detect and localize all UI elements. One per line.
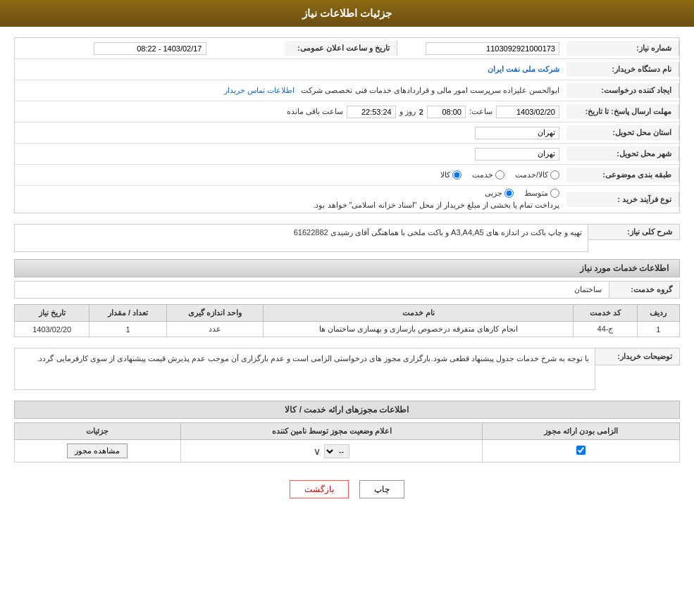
tabaqe-kala-item: کالا: [440, 170, 461, 180]
license-col-joziyat: جزئیات: [15, 423, 181, 440]
license-header-row: الزامی بودن ارائه مجوز اعلام وضعیت مجوز …: [15, 423, 680, 440]
license-col-alam: اعلام وضعیت مجوز توسط نامین کننده: [180, 423, 483, 440]
sharh-value: تهیه و چاپ باکت در اندازه های A3,A4,A5 و…: [14, 224, 588, 252]
mohlat-rooz-val: 2: [419, 108, 423, 116]
toseeh-value: با توجه به شرح خدمات جدول پیشنهاد قطعی ش…: [14, 348, 595, 390]
view-license-button[interactable]: مشاهده مجوز: [67, 444, 128, 458]
mohlat-mande-label: ساعت باقی مانده: [287, 107, 343, 116]
mohlat-value: ساعت: 2 روز و ساعت باقی مانده: [15, 103, 566, 121]
cell-radif: 1: [637, 322, 679, 337]
nooe-value: متوسط جزیی پرداخت تمام یا بخشی از مبلغ خ…: [15, 186, 566, 213]
shomara-niaz-label: شماره نیاز:: [566, 41, 679, 56]
mohlat-mande-input[interactable]: [347, 106, 396, 118]
shahr-value: [15, 145, 566, 163]
page-title: جزئیات اطلاعات نیاز: [302, 7, 392, 19]
mohlat-rooz-label: روز و: [399, 107, 416, 116]
mohlat-date-input[interactable]: [496, 106, 559, 118]
col-kod: کد خدمت: [574, 305, 637, 322]
col-name: نام خدمت: [264, 305, 574, 322]
tabaqe-value: کالا/خدمت خدمت کالا: [15, 168, 566, 182]
license-row: -- ∨ مشاهده مجوز: [15, 440, 680, 463]
mohlat-label: مهلت ارسال پاسخ: تا تاریخ:: [566, 104, 679, 119]
mojazhaye-title: اطلاعات مجوزهای ارائه خدمت / کالا: [14, 401, 680, 419]
row-shomara-tarikh: شماره نیاز: تاریخ و ساعت اعلان عمومی:: [15, 38, 679, 59]
ijad-label: ایجاد کننده درخواست:: [566, 83, 679, 98]
row-ijad: ایجاد کننده درخواست: ابوالحسن علیزاده سر…: [15, 80, 679, 101]
khedmat-section-title: اطلاعات خدمات مورد نیاز: [14, 259, 680, 277]
shahr-input[interactable]: [475, 148, 559, 161]
main-info-section: شماره نیاز: تاریخ و ساعت اعلان عمومی: نا…: [14, 37, 680, 213]
toseeh-section: توضیحات خریدار: با توجه به شرح خدمات جدو…: [14, 348, 680, 390]
nooe-mottavaset-label: متوسط: [524, 189, 548, 198]
print-button[interactable]: چاپ: [359, 480, 404, 498]
cell-name: انجام کارهای متفرقه درخصوص بازسازی و بهس…: [264, 322, 574, 337]
tarikh-input[interactable]: [94, 42, 206, 55]
row-shahr: شهر محل تحویل:: [15, 144, 679, 165]
page-wrapper: جزئیات اطلاعات نیاز شماره نیاز: تاریخ و …: [0, 0, 694, 616]
tabaqe-khedmat-label: خدمت: [472, 170, 493, 180]
cell-tedad: 1: [89, 322, 166, 337]
col-vahed: واحد اندازه گیری: [166, 305, 263, 322]
dastgah-label: نام دستگاه خریدار:: [566, 62, 679, 77]
row-tabaqe: طبقه بندی موضوعی: کالا/خدمت خدمت: [15, 165, 679, 186]
tarikh-value: [15, 39, 285, 58]
shomara-niaz-input[interactable]: [426, 42, 559, 55]
license-section: الزامی بودن ارائه مجوز اعلام وضعیت مجوز …: [14, 422, 680, 463]
nooe-jozii-item: جزیی: [485, 189, 514, 198]
content-area: شماره نیاز: تاریخ و ساعت اعلان عمومی: نا…: [0, 27, 694, 520]
sharh-label: شرح کلی نیاز:: [588, 224, 680, 240]
tabaqe-khedmat-item: خدمت: [472, 170, 504, 180]
nooe-jozii-radio[interactable]: [504, 189, 514, 198]
mohlat-saat-label: ساعت:: [469, 107, 492, 116]
license-col-elzami: الزامی بودن ارائه مجوز: [483, 423, 680, 440]
tarikh-label: تاریخ و ساعت اعلان عمومی:: [285, 41, 397, 56]
row-ostan: استان محل تحویل:: [15, 122, 679, 144]
ijad-link[interactable]: اطلاعات تماس خریدار: [224, 86, 295, 94]
nooe-mottavaset-radio[interactable]: [550, 189, 559, 198]
tabaqe-kala-radio[interactable]: [452, 170, 461, 180]
col-radif: ردیف: [637, 305, 679, 322]
mohlat-saat-input[interactable]: [427, 106, 466, 118]
tabaqe-label: طبقه بندی موضوعی:: [566, 168, 679, 182]
dastgah-text: شرکت ملی نفت ایران: [488, 65, 559, 73]
action-buttons: چاپ بازگشت: [14, 470, 680, 509]
license-joziyat-cell: مشاهده مجوز: [15, 440, 181, 463]
license-alam-select[interactable]: --: [324, 444, 349, 458]
license-alam-chevron: ∨: [314, 446, 321, 457]
tabaqe-kala-label: کالا: [440, 170, 450, 180]
cell-vahed: عدد: [166, 322, 263, 337]
col-tedad: تعداد / مقدار: [89, 305, 166, 322]
nooe-jozii-label: جزیی: [485, 189, 502, 198]
dastgah-value: شرکت ملی نفت ایران: [15, 62, 566, 77]
tabaqe-kala-khedmat-label: کالا/خدمت: [515, 170, 548, 180]
col-tarikh: تاریخ نیاز: [15, 305, 89, 322]
goroh-label: گروه خدمت:: [609, 282, 679, 298]
nooe-description: پرداخت تمام یا بخشی از مبلغ خریدار از مح…: [22, 201, 559, 210]
row-dastgah: نام دستگاه خریدار: شرکت ملی نفت ایران: [15, 59, 679, 80]
ijad-value: ابوالحسن علیزاده سرپرست امور مالی و قرار…: [15, 83, 566, 98]
sharh-section: شرح کلی نیاز: تهیه و چاپ باکت در اندازه …: [14, 224, 680, 252]
back-button[interactable]: بازگشت: [290, 480, 349, 498]
tabaqe-kala-khedmat-item: کالا/خدمت: [515, 170, 559, 180]
tabaqe-khedmat-radio[interactable]: [495, 170, 504, 180]
license-alam-cell: -- ∨: [180, 440, 483, 463]
ostan-input[interactable]: [475, 127, 559, 139]
toseeh-label: توضیحات خریدار:: [595, 348, 680, 365]
nooe-label: نوع فرآیند خرید :: [566, 192, 679, 207]
page-header: جزئیات اطلاعات نیاز: [0, 0, 694, 27]
shahr-label: شهر محل تحویل:: [566, 146, 679, 161]
cell-kod: ج-44: [574, 322, 637, 337]
license-elzami-checkbox[interactable]: [576, 446, 585, 455]
table-row: 1 ج-44 انجام کارهای متفرقه درخصوص بازساز…: [15, 322, 680, 337]
ostan-label: استان محل تحویل:: [566, 125, 679, 140]
row-mohlat: مهلت ارسال پاسخ: تا تاریخ: ساعت: 2 روز و…: [15, 101, 679, 122]
nooe-mottavaset-item: متوسط: [524, 189, 559, 198]
goroh-row: گروه خدمت: ساختمان: [14, 281, 680, 298]
license-elzami-cell: [483, 440, 680, 463]
cell-tarikh: 1403/02/20: [15, 322, 89, 337]
services-table-header-row: ردیف کد خدمت نام خدمت واحد اندازه گیری ت…: [15, 305, 680, 322]
shomara-niaz-value: [397, 39, 566, 58]
ostan-value: [15, 124, 566, 142]
row-nooe: نوع فرآیند خرید : متوسط جزیی: [15, 186, 679, 213]
tabaqe-kala-khedmat-radio[interactable]: [550, 170, 559, 180]
